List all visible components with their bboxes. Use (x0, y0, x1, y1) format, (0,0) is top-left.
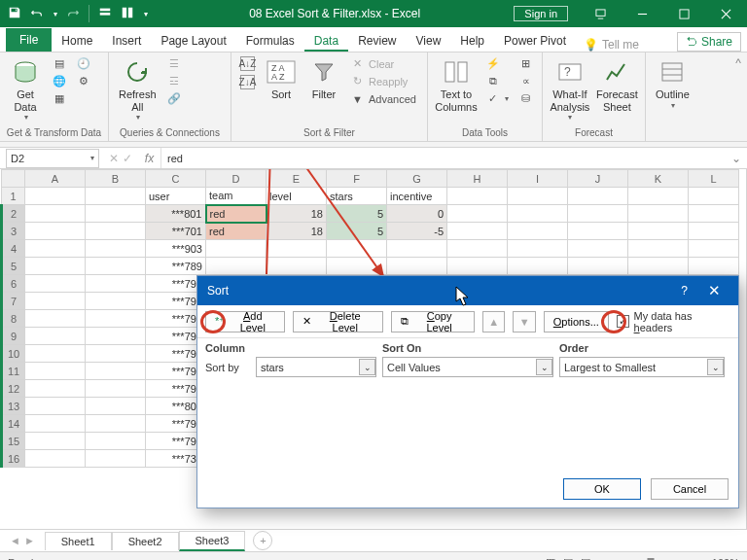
tab-page-layout[interactable]: Page Layout (151, 29, 235, 52)
close-button[interactable]: ✕ (699, 282, 729, 299)
zoom-level[interactable]: 100% (712, 557, 739, 561)
tab-power-pivot[interactable]: Power Pivot (494, 29, 576, 52)
tab-formulas[interactable]: Formulas (236, 29, 304, 52)
expand-fx-icon[interactable]: ⌄ (726, 152, 747, 165)
consolidate-button[interactable]: ⊞ (516, 55, 536, 72)
collapse-ribbon-icon[interactable]: ^ (729, 52, 747, 141)
recent-button[interactable]: 🕘 (73, 55, 93, 72)
outline-button[interactable]: Outline▾ (652, 55, 694, 112)
help-button[interactable]: ? (681, 284, 688, 298)
column-header: Column (205, 342, 382, 354)
formula-input[interactable]: red (161, 153, 726, 164)
col-header[interactable]: F (327, 170, 387, 188)
col-header[interactable]: J (568, 170, 628, 188)
col-header[interactable]: A (25, 170, 86, 188)
maximize-button[interactable] (663, 0, 705, 27)
sort-order-combo[interactable]: Largest to Smallest⌄ (559, 357, 725, 377)
prev-sheet-icon[interactable]: ◄ (10, 535, 20, 546)
get-data-button[interactable]: Get Data▾ (6, 55, 45, 123)
tab-help[interactable]: Help (450, 29, 494, 52)
validation-button[interactable]: ✓▾ (482, 90, 512, 107)
col-header[interactable]: G (387, 170, 447, 188)
flash-fill-button[interactable]: ⚡ (482, 55, 512, 72)
tab-file[interactable]: File (6, 28, 52, 52)
sort-column-combo[interactable]: stars⌄ (256, 357, 376, 377)
up-icon: ▲ (488, 316, 499, 328)
new-sheet-button[interactable]: + (253, 531, 272, 550)
select-all[interactable] (2, 170, 25, 188)
view-page-icon[interactable]: ▤ (563, 556, 573, 560)
sort-on-combo[interactable]: Cell Values⌄ (382, 357, 553, 377)
relationships-button[interactable]: ∝ (516, 73, 536, 89)
reapply-icon: ↻ (350, 74, 365, 88)
col-header[interactable]: D (206, 170, 267, 188)
save-icon[interactable] (8, 6, 21, 22)
qat-icon[interactable] (98, 6, 112, 22)
col-header[interactable]: B (86, 170, 146, 188)
tab-home[interactable]: Home (52, 29, 102, 52)
tell-me[interactable]: 💡Tell me (584, 38, 639, 52)
move-down-button[interactable]: ▼ (513, 311, 535, 332)
sheet-tab[interactable]: Sheet2 (112, 532, 179, 550)
col-header[interactable]: K (628, 170, 689, 188)
refresh-all-button[interactable]: Refresh All▾ (115, 55, 160, 123)
sign-in-button[interactable]: Sign in (514, 6, 568, 21)
redo-icon[interactable] (66, 6, 80, 22)
group-label: Queries & Connections (115, 125, 225, 141)
remove-dup-button[interactable]: ⧉ (482, 73, 512, 89)
col-header[interactable]: E (267, 170, 327, 188)
ribbon-options-icon[interactable] (580, 0, 622, 27)
from-text-button[interactable]: ▤ (49, 55, 69, 72)
edit-links-button[interactable]: 🔗 (164, 90, 185, 107)
from-web-button[interactable]: 🌐 (49, 73, 69, 89)
col-header[interactable]: I (508, 170, 568, 188)
qat-customize-icon[interactable]: ▾ (144, 10, 148, 18)
share-button[interactable]: ⮌Share (677, 32, 741, 52)
next-sheet-icon[interactable]: ► (24, 535, 35, 546)
delete-level-button[interactable]: ✕Delete Level (293, 311, 383, 332)
tab-insert[interactable]: Insert (102, 29, 151, 52)
options-button[interactable]: Options... (544, 311, 609, 332)
tab-review[interactable]: Review (348, 29, 406, 52)
queries-button[interactable]: ☰ (164, 55, 185, 72)
copy-level-button[interactable]: ⧉Copy Level (391, 311, 475, 332)
view-break-icon[interactable]: ▣ (581, 556, 590, 560)
sort-za-button[interactable]: Z↓A (237, 74, 258, 90)
col-header[interactable]: L (689, 170, 739, 188)
clear-button[interactable]: ✕Clear (347, 55, 419, 72)
name-box[interactable]: D2▾ (6, 149, 99, 168)
cancel-icon: ✕ (109, 152, 119, 165)
col-header[interactable]: C (146, 170, 206, 188)
data-model-button[interactable]: ⛁ (516, 90, 536, 107)
sort-button[interactable]: Z AA Z Sort (262, 55, 301, 103)
has-headers-checkbox[interactable]: ✓ My data has headers (617, 310, 730, 333)
existing-button[interactable]: ⚙ (73, 73, 93, 89)
reapply-button[interactable]: ↻Reapply (347, 73, 419, 89)
text-to-columns-button[interactable]: Text to Columns (434, 55, 479, 115)
close-button[interactable] (705, 0, 747, 27)
tab-view[interactable]: View (407, 29, 451, 52)
zoom-out-icon[interactable]: − (598, 557, 604, 561)
sort-az-button[interactable]: A↓Z (237, 55, 258, 72)
what-if-button[interactable]: ? What-If Analysis▾ (549, 55, 591, 123)
delete-icon: ✕ (302, 315, 311, 328)
zoom-in-icon[interactable]: + (697, 557, 703, 561)
qat-icon[interactable] (121, 6, 134, 22)
filter-button[interactable]: Filter (304, 55, 343, 103)
sheet-tab[interactable]: Sheet1 (45, 532, 112, 550)
tab-data[interactable]: Data (304, 29, 348, 52)
fx-icon[interactable]: fx (138, 148, 161, 168)
col-header[interactable]: H (447, 170, 508, 188)
minimize-button[interactable] (622, 0, 663, 27)
advanced-button[interactable]: ▼Advanced (347, 90, 419, 107)
undo-icon[interactable] (30, 6, 44, 22)
forecast-sheet-button[interactable]: Forecast Sheet (595, 55, 639, 115)
view-normal-icon[interactable]: ▦ (546, 556, 555, 560)
from-table-button[interactable]: ▦ (49, 90, 69, 107)
ok-button[interactable]: OK (563, 478, 641, 500)
move-up-button[interactable]: ▲ (482, 311, 505, 332)
undo-dropdown-icon[interactable]: ▾ (53, 10, 57, 18)
sheet-tab[interactable]: Sheet3 (179, 531, 246, 551)
cancel-button[interactable]: Cancel (651, 478, 729, 500)
properties-button[interactable]: ☲ (164, 73, 185, 89)
